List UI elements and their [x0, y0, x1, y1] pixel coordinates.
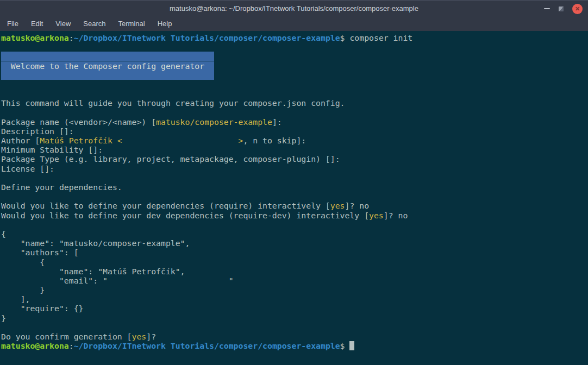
terminal-cursor [349, 341, 354, 350]
terminal-text-segment: ]? no [345, 201, 370, 210]
terminal-line [1, 192, 588, 201]
terminal-line: License []: [1, 164, 588, 173]
terminal-text-segment: Would you like to define your dependenci… [1, 201, 330, 210]
restore-icon[interactable] [559, 7, 564, 11]
terminal-text-segment: Welcome to the Composer config generator [1, 61, 214, 71]
terminal-line: { [1, 229, 588, 238]
terminal-line: "name": "Matúš Petrofčík", [1, 267, 588, 276]
terminal-line: "name": "matusko/composer-example", [1, 238, 588, 248]
terminal-line [1, 89, 588, 98]
terminal-text-segment: matusko@arkona [1, 341, 69, 350]
terminal-text-segment: Package name (<vendor>/<name>) [ [1, 117, 156, 127]
terminal-line: } [1, 313, 588, 323]
terminal-line: matusko@arkona:~/Dropbox/ITnetwork Tutor… [1, 33, 588, 42]
terminal-line: Minimum Stability []: [1, 145, 588, 154]
terminal-text-segment: } [1, 285, 45, 294]
terminal-text-segment: ], [1, 294, 30, 304]
terminal-text-segment: , n to skip]: [243, 136, 306, 145]
window-title: matusko@arkona: ~/Dropbox/ITnetwork Tuto… [0, 1, 588, 16]
terminal-line: Would you like to define your dependenci… [1, 201, 588, 210]
terminal-text-segment: matusko/composer-example [156, 117, 272, 127]
window-controls: ✕ [544, 1, 583, 17]
menu-item-file[interactable]: File [5, 18, 20, 29]
terminal-text-segment: ~/Dropbox/ITnetwork Tutorials/composer/c… [74, 341, 340, 350]
terminal-text-segment [1, 52, 214, 61]
menu-item-help[interactable]: Help [156, 18, 174, 29]
terminal-text-segment: { [1, 229, 6, 238]
terminal-line: "require": {} [1, 304, 588, 313]
menu-item-terminal[interactable]: Terminal [117, 18, 147, 29]
terminal-text-segment: Would you like to define your dev depend… [1, 211, 369, 220]
menu-item-search[interactable]: Search [82, 18, 107, 29]
terminal-line: matusko@arkona:~/Dropbox/ITnetwork Tutor… [1, 341, 588, 350]
terminal-text-segment: "email": " " [1, 276, 234, 285]
terminal-line: Package name (<vendor>/<name>) [matusko/… [1, 117, 588, 127]
terminal-output[interactable]: matusko@arkona:~/Dropbox/ITnetwork Tutor… [0, 31, 588, 365]
terminal-text-segment: Define your dependencies. [1, 182, 122, 192]
terminal-text-segment: Do you confirm generation [ [1, 332, 132, 341]
terminal-text-segment: Package Type (e.g. library, project, met… [1, 154, 340, 163]
terminal-line: "email": " " [1, 276, 588, 285]
terminal-text-segment: $ [340, 341, 350, 350]
terminal-line: Define your dependencies. [1, 182, 588, 192]
terminal-line [1, 108, 588, 117]
terminal-text-segment: "name": "matusko/composer-example", [1, 238, 190, 248]
terminal-line: Would you like to define your dev depend… [1, 211, 588, 220]
terminal-text-segment: License []: [1, 164, 54, 173]
terminal-text-segment: Minimum Stability []: [1, 145, 103, 154]
terminal-text-segment: : [69, 33, 74, 42]
terminal-text-segment: ~/Dropbox/ITnetwork Tutorials/composer/c… [74, 33, 340, 42]
minimize-icon[interactable] [544, 8, 550, 9]
terminal-text-segment [1, 71, 214, 80]
terminal-text-segment: } [1, 313, 6, 323]
terminal-line: Do you confirm generation [yes]? [1, 332, 588, 341]
terminal-text-segment: $ composer init [340, 33, 413, 42]
terminal-line: ], [1, 294, 588, 304]
terminal-line: "authors": [ [1, 248, 588, 257]
terminal-line: Author [Matúš Petrofčík < >, n to skip]: [1, 136, 588, 145]
terminal-text-segment: Author [ [1, 136, 40, 145]
terminal-text-segment: "require": {} [1, 304, 83, 313]
terminal-text-segment: : [69, 341, 74, 350]
terminal-line: Package Type (e.g. library, project, met… [1, 154, 588, 163]
terminal-line [1, 42, 588, 52]
terminal-text-segment: "authors": [ [1, 248, 79, 257]
terminal-line [1, 80, 588, 89]
terminal-line: Welcome to the Composer config generator [1, 61, 588, 71]
title-bar[interactable]: matusko@arkona: ~/Dropbox/ITnetwork Tuto… [0, 0, 588, 16]
terminal-text-segment: "name": "Matúš Petrofčík", [1, 267, 185, 276]
close-icon[interactable]: ✕ [572, 4, 583, 14]
menu-item-edit[interactable]: Edit [29, 18, 45, 29]
terminal-text-segment: Matúš Petrofčík < > [40, 136, 243, 145]
terminal-line [1, 52, 588, 61]
terminal-line [1, 220, 588, 229]
terminal-text-segment: { [1, 257, 45, 267]
terminal-line: { [1, 257, 588, 267]
terminal-text-segment: This command will guide you through crea… [1, 98, 345, 108]
terminal-line: } [1, 285, 588, 294]
terminal-line: This command will guide you through crea… [1, 98, 588, 108]
terminal-text-segment: ]? no [384, 211, 408, 220]
terminal-text-segment: ]? [146, 332, 156, 341]
terminal-text-segment: yes [369, 211, 384, 220]
menu-bar: FileEditViewSearchTerminalHelp [0, 16, 588, 31]
terminal-line [1, 71, 588, 80]
terminal-text-segment: matusko@arkona [1, 33, 69, 42]
menu-item-view[interactable]: View [54, 18, 72, 29]
terminal-text-segment: yes [132, 332, 147, 341]
terminal-line: Description []: [1, 127, 588, 136]
terminal-line [1, 323, 588, 332]
terminal-text-segment: Description []: [1, 127, 74, 136]
terminal-line [1, 173, 588, 182]
terminal-text-segment: yes [330, 201, 345, 210]
terminal-text-segment: ]: [272, 117, 282, 127]
